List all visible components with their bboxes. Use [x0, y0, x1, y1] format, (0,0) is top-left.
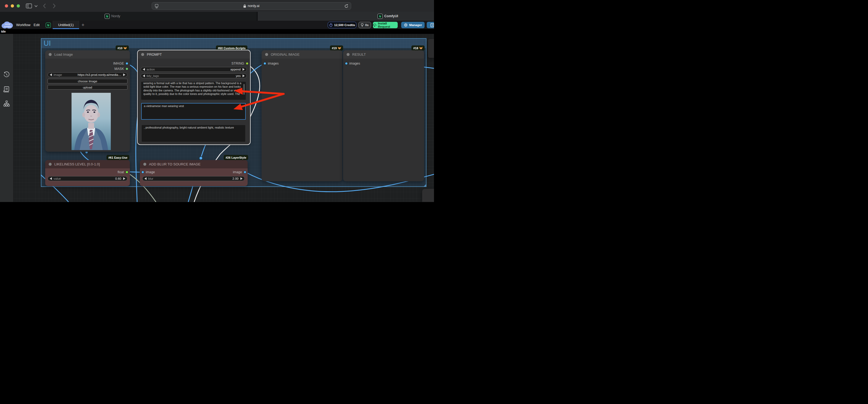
- manager-button[interactable]: Manager: [401, 22, 425, 28]
- minimize-window-button[interactable]: [11, 4, 14, 7]
- menu-edit[interactable]: Edit: [34, 21, 39, 29]
- decrement-arrow-icon[interactable]: [143, 68, 145, 71]
- browser-window: nordy.ai N Nordy N ComfyUI nordy comfyui…: [0, 0, 434, 202]
- node-load-image[interactable]: Load Image IMAGE MASK image https://s3.p…: [45, 50, 130, 152]
- sidebar-toggle-icon[interactable]: [26, 3, 32, 9]
- node-likeliness-level[interactable]: LIKELINESS LEVEL [0.0-1.0] float value 0…: [45, 160, 130, 186]
- credits-button[interactable]: 12,500 Credtis: [328, 22, 356, 28]
- prompt-main-textarea[interactable]: wearing a formal suit with a tie that ha…: [141, 82, 246, 100]
- port-dot-lime[interactable]: [126, 171, 128, 174]
- chevron-down-icon[interactable]: [34, 5, 38, 7]
- upload-button[interactable]: upload: [48, 85, 127, 90]
- widget-action[interactable]: action append: [141, 67, 247, 72]
- port-dot-blue[interactable]: [345, 62, 348, 65]
- portrait-photo-image: [71, 93, 111, 150]
- fox-icon: [338, 46, 341, 50]
- node-add-blur[interactable]: ADD BLUR TO SOURCE IMAGE image image blu…: [140, 160, 248, 186]
- button-label: upload: [83, 86, 92, 89]
- node-prompt[interactable]: PROMPT STRING action append tidy_tags ye…: [138, 50, 250, 145]
- menu-workflow[interactable]: Workflow: [16, 21, 30, 29]
- widget-value: append: [230, 68, 241, 71]
- collapse-dot-icon[interactable]: [49, 53, 52, 56]
- widget-value[interactable]: value 0.60: [48, 176, 127, 181]
- workflow-tab-untitled[interactable]: Untitled(1): [53, 21, 79, 29]
- node-load-image-header[interactable]: Load Image: [45, 50, 130, 59]
- collapse-dot-icon[interactable]: [347, 53, 349, 56]
- favicon-letter: N: [47, 24, 50, 27]
- group-resize-handle[interactable]: [423, 184, 427, 187]
- widget-tidy-tags[interactable]: tidy_tags yes: [141, 73, 247, 78]
- port-dot-blue[interactable]: [142, 171, 144, 174]
- nordy-comfyui-logo[interactable]: nordy comfyui: [1, 21, 14, 29]
- decrement-arrow-icon[interactable]: [145, 177, 147, 180]
- port-dot-green[interactable]: [126, 67, 128, 70]
- reload-icon[interactable]: [344, 4, 348, 8]
- runtime-button[interactable]: 0s: [359, 22, 371, 28]
- output-image[interactable]: IMAGE: [113, 62, 128, 65]
- offscreen-node-bottom-right[interactable]: [422, 189, 434, 202]
- prompt-suffix-textarea[interactable]: , professtional photography, bright natu…: [142, 125, 245, 142]
- increment-arrow-icon[interactable]: [123, 177, 125, 180]
- collapse-dot-icon[interactable]: [49, 163, 52, 166]
- page-format-icon[interactable]: [155, 4, 159, 8]
- favicon-letter: N: [106, 15, 108, 18]
- input-image[interactable]: image: [142, 170, 155, 174]
- decrement-arrow-icon[interactable]: [50, 73, 52, 76]
- history-icon[interactable]: [3, 71, 10, 78]
- output-float[interactable]: float: [118, 170, 128, 174]
- collapse-dot-icon[interactable]: [141, 53, 144, 56]
- notebook-icon[interactable]: [3, 86, 10, 93]
- output-image[interactable]: image: [233, 170, 246, 174]
- increment-arrow-icon[interactable]: [123, 73, 125, 76]
- node-original-image[interactable]: ORIGINAL IMAGE images: [261, 50, 342, 181]
- collapse-dot-icon[interactable]: [143, 163, 146, 166]
- increment-arrow-icon[interactable]: [243, 74, 245, 77]
- help-button[interactable]: ?: [427, 22, 434, 28]
- help-book-icon: ?: [431, 23, 434, 27]
- new-workflow-tab-button[interactable]: +: [82, 21, 85, 29]
- node-likeliness-header[interactable]: LIKELINESS LEVEL [0.0-1.0]: [45, 160, 130, 168]
- node-add-blur-header[interactable]: ADD BLUR TO SOURCE IMAGE: [140, 160, 248, 168]
- widget-blur[interactable]: blur 2.00: [142, 176, 245, 181]
- tab-nordy[interactable]: N Nordy: [0, 12, 257, 21]
- workflow-n-icon[interactable]: N: [46, 23, 51, 28]
- node-result[interactable]: RESULT images: [343, 50, 424, 181]
- back-icon[interactable]: [43, 3, 46, 8]
- port-dot-green[interactable]: [246, 62, 248, 65]
- nordy-favicon: N: [104, 14, 110, 19]
- node-prompt-header[interactable]: PROMPT: [138, 50, 250, 59]
- port-dot-blue[interactable]: [264, 62, 266, 65]
- output-mask[interactable]: MASK: [115, 67, 128, 70]
- offscreen-node-right[interactable]: [428, 39, 434, 58]
- port-dot-blue[interactable]: [244, 171, 246, 174]
- input-images[interactable]: images: [345, 62, 360, 65]
- tab-comfyui[interactable]: N ComfyUI: [258, 12, 434, 21]
- runtime-label: 0s: [365, 23, 369, 27]
- widget-value: yes: [236, 74, 241, 77]
- install-request-button[interactable]: Install Request: [373, 22, 398, 28]
- node-result-header[interactable]: RESULT: [343, 50, 424, 59]
- collapse-dot-icon[interactable]: [265, 53, 268, 56]
- node-tree-icon[interactable]: [3, 100, 10, 107]
- prompt-suffix-text: , professtional photography, bright natu…: [144, 126, 243, 129]
- input-images[interactable]: images: [264, 62, 279, 65]
- increment-arrow-icon[interactable]: [243, 68, 245, 71]
- close-window-button[interactable]: [5, 4, 8, 7]
- port-dot-blue[interactable]: [126, 62, 128, 65]
- fox-icon: [123, 46, 127, 50]
- zoom-window-button[interactable]: [17, 4, 20, 7]
- prompt-user-textarea[interactable]: a vietnamese man wearing vest: [141, 103, 246, 120]
- node-original-image-header[interactable]: ORIGINAL IMAGE: [261, 50, 342, 59]
- forward-icon[interactable]: [53, 3, 56, 8]
- widget-image-url[interactable]: image https://s3.prod.nordy.ai/media…: [48, 72, 127, 77]
- increment-arrow-icon[interactable]: [240, 177, 243, 180]
- address-bar[interactable]: nordy.ai: [152, 2, 351, 10]
- textarea-scrollbar[interactable]: [243, 84, 245, 95]
- badge-text: #61 Easy-Use: [108, 156, 127, 159]
- decrement-arrow-icon[interactable]: [50, 177, 52, 180]
- output-string[interactable]: STRING: [231, 62, 248, 65]
- decrement-arrow-icon[interactable]: [143, 74, 145, 77]
- badge-original-image: #19: [330, 45, 343, 51]
- choose-image-button[interactable]: choose Image: [48, 79, 127, 83]
- status-bar: Idle: [0, 29, 434, 34]
